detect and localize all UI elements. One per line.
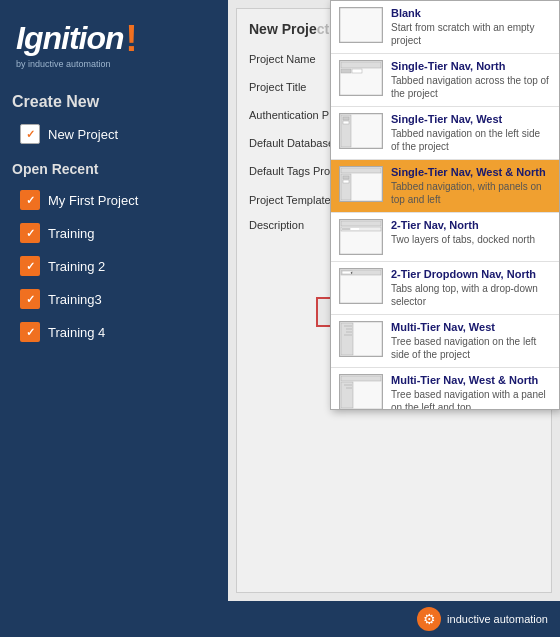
svg-rect-10 xyxy=(341,168,381,173)
svg-rect-0 xyxy=(340,8,382,42)
template-name-5: 2-Tier Dropdown Nav, North xyxy=(391,268,551,280)
recent-item-4-icon xyxy=(20,322,40,342)
template-thumb-7 xyxy=(339,374,383,410)
logo-text: Ignition xyxy=(16,20,124,57)
svg-rect-31 xyxy=(341,382,353,408)
template-info-3: Single-Tier Nav, West & NorthTabbed navi… xyxy=(391,166,551,206)
template-name-2: Single-Tier Nav, West xyxy=(391,113,551,125)
recent-item-0-label: My First Project xyxy=(48,193,138,208)
recent-item-1-label: Training xyxy=(48,226,94,241)
template-desc-5: Tabs along top, with a drop-down selecto… xyxy=(391,282,551,308)
template-info-0: BlankStart from scratch with an empty pr… xyxy=(391,7,551,47)
template-thumb-1 xyxy=(339,60,383,96)
new-project-label: New Project xyxy=(48,127,118,142)
template-desc-0: Start from scratch with an empty project xyxy=(391,21,551,47)
template-info-4: 2-Tier Nav, NorthTwo layers of tabs, doc… xyxy=(391,219,551,246)
recent-item-2[interactable]: Training 2 xyxy=(12,251,216,281)
recent-item-0-icon xyxy=(20,190,40,210)
template-name-0: Blank xyxy=(391,7,551,19)
logo-exclaim: ! xyxy=(126,21,138,57)
recent-item-4[interactable]: Training 4 xyxy=(12,317,216,347)
recent-item-2-label: Training 2 xyxy=(48,259,105,274)
template-name-1: Single-Tier Nav, North xyxy=(391,60,551,72)
template-thumb-6 xyxy=(339,321,383,357)
svg-rect-12 xyxy=(343,176,349,179)
bottom-logo: ⚙ inductive automation xyxy=(417,607,548,631)
template-desc-1: Tabbed navigation across the top of the … xyxy=(391,74,551,100)
svg-rect-4 xyxy=(352,69,362,73)
recent-item-1-icon xyxy=(20,223,40,243)
svg-rect-30 xyxy=(341,376,381,381)
svg-rect-17 xyxy=(342,228,350,230)
template-thumb-0 xyxy=(339,7,383,43)
template-item-6[interactable]: Multi-Tier Nav, WestTree based navigatio… xyxy=(331,315,559,368)
template-desc-4: Two layers of tabs, docked north xyxy=(391,233,551,246)
template-name-4: 2-Tier Nav, North xyxy=(391,219,551,231)
svg-rect-3 xyxy=(341,69,351,73)
template-thumb-3 xyxy=(339,166,383,202)
template-desc-6: Tree based navigation on the left side o… xyxy=(391,335,551,361)
recent-item-4-label: Training 4 xyxy=(48,325,105,340)
right-content: New Project Project Name Project Title A… xyxy=(228,0,560,601)
template-thumb-2 xyxy=(339,113,383,149)
template-name-6: Multi-Tier Nav, West xyxy=(391,321,551,333)
template-info-1: Single-Tier Nav, NorthTabbed navigation … xyxy=(391,60,551,100)
template-name-7: Multi-Tier Nav, West & North xyxy=(391,374,551,386)
bottom-logo-text: inductive automation xyxy=(447,613,548,625)
sidebar-content: Create New New Project Open Recent My Fi… xyxy=(0,85,228,601)
svg-rect-2 xyxy=(341,62,381,68)
new-project-button[interactable]: New Project xyxy=(12,119,216,149)
main-area: Ignition ! by inductive automation Creat… xyxy=(0,0,560,601)
recent-item-3[interactable]: Training3 xyxy=(12,284,216,314)
svg-rect-15 xyxy=(341,221,381,226)
recent-item-2-icon xyxy=(20,256,40,276)
logo-area: Ignition ! by inductive automation xyxy=(0,0,228,85)
template-info-5: 2-Tier Dropdown Nav, NorthTabs along top… xyxy=(391,268,551,308)
create-new-title: Create New xyxy=(12,93,216,111)
template-item-7[interactable]: Multi-Tier Nav, West & NorthTree based n… xyxy=(331,368,559,410)
recent-item-0[interactable]: My First Project xyxy=(12,185,216,215)
template-item-4[interactable]: 2-Tier Nav, NorthTwo layers of tabs, doc… xyxy=(331,213,559,262)
template-desc-7: Tree based navigation with a panel on th… xyxy=(391,388,551,410)
template-thumb-5: ▼ xyxy=(339,268,383,304)
template-item-0[interactable]: BlankStart from scratch with an empty pr… xyxy=(331,1,559,54)
template-desc-3: Tabbed navigation, with panels on top an… xyxy=(391,180,551,206)
inductive-logo-icon: ⚙ xyxy=(417,607,441,631)
new-project-icon xyxy=(20,124,40,144)
template-info-7: Multi-Tier Nav, West & NorthTree based n… xyxy=(391,374,551,410)
logo-sub: by inductive automation xyxy=(16,59,212,69)
app-window: Ignition ! by inductive automation Creat… xyxy=(0,0,560,637)
template-thumb-4 xyxy=(339,219,383,255)
template-item-1[interactable]: Single-Tier Nav, NorthTabbed navigation … xyxy=(331,54,559,107)
svg-rect-24 xyxy=(341,323,353,355)
template-desc-2: Tabbed navigation on the left side of th… xyxy=(391,127,551,153)
open-recent-title: Open Recent xyxy=(12,161,216,177)
svg-rect-13 xyxy=(343,180,349,183)
svg-rect-8 xyxy=(343,121,349,124)
svg-rect-7 xyxy=(343,117,349,120)
sidebar: Ignition ! by inductive automation Creat… xyxy=(0,0,228,601)
template-info-2: Single-Tier Nav, WestTabbed navigation o… xyxy=(391,113,551,153)
bottom-bar: ⚙ inductive automation xyxy=(0,601,560,637)
recent-item-3-label: Training3 xyxy=(48,292,102,307)
template-info-6: Multi-Tier Nav, WestTree based navigatio… xyxy=(391,321,551,361)
template-item-2[interactable]: Single-Tier Nav, WestTabbed navigation o… xyxy=(331,107,559,160)
template-item-5[interactable]: ▼2-Tier Dropdown Nav, NorthTabs along to… xyxy=(331,262,559,315)
template-name-3: Single-Tier Nav, West & North xyxy=(391,166,551,178)
recent-item-1[interactable]: Training xyxy=(12,218,216,248)
logo: Ignition ! xyxy=(16,20,212,57)
recent-item-3-icon xyxy=(20,289,40,309)
template-item-3[interactable]: Single-Tier Nav, West & NorthTabbed navi… xyxy=(331,160,559,213)
svg-text:▼: ▼ xyxy=(350,271,353,275)
svg-rect-18 xyxy=(351,228,359,230)
template-popup: BlankStart from scratch with an empty pr… xyxy=(330,0,560,410)
